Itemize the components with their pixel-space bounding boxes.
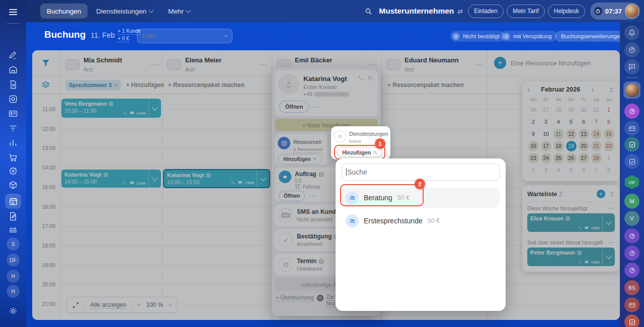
document-edit-icon[interactable] — [8, 211, 18, 221]
funnel-stack-icon[interactable] — [8, 123, 18, 133]
app-window: Buchungen Dienstleistungen Mehr Musterun… — [0, 0, 644, 327]
tab-dienstleistungen[interactable]: Dienstleistungen — [90, 4, 159, 19]
cart-icon[interactable] — [8, 152, 18, 162]
services-add-button[interactable]: Hinzufügen✎ — [337, 147, 383, 157]
archive-icon[interactable] — [8, 65, 18, 75]
target-icon[interactable] — [8, 166, 18, 176]
workspace-avatar[interactable]: H — [7, 285, 20, 298]
button-label: Hinzufügen — [342, 149, 371, 155]
gear-icon[interactable] — [8, 306, 18, 316]
workspace-avatar[interactable]: S — [7, 237, 20, 251]
filter-input-wrap — [137, 29, 232, 43]
divider — [626, 77, 638, 78]
search-icon[interactable] — [364, 7, 373, 16]
user-avatar[interactable] — [625, 4, 639, 18]
page-title: Buchung — [44, 29, 86, 40]
tab-dienstleistungen-label: Dienstleistungen — [96, 8, 146, 15]
pencil-icon: ✎ — [373, 149, 377, 155]
cube-icon[interactable] — [8, 180, 18, 190]
purple-app-icon[interactable] — [624, 246, 639, 261]
dropdown-item-erstesprechstunde[interactable]: Erstesprechstunde 50 € — [342, 211, 500, 231]
service-item-price: 50 € — [428, 217, 440, 224]
left-sidebar: S DF H H — [0, 0, 26, 327]
dropdown-search-input[interactable] — [342, 164, 500, 181]
buchungserweiterungen-label: Buchungserweiterungen — [561, 33, 623, 39]
top-navigation: Buchungen Dienstleistungen Mehr Musterun… — [26, 0, 644, 22]
bell-icon[interactable] — [624, 25, 639, 40]
calendar-icon — [9, 197, 18, 206]
badge-label: Nicht bestätigt — [463, 33, 500, 39]
chevron-down-icon — [186, 8, 191, 13]
services-title: Dienstleistungen — [349, 131, 388, 137]
task-check-icon[interactable] — [624, 314, 639, 327]
services-icon — [334, 130, 346, 142]
einladen-label: Einladen — [474, 8, 498, 15]
company-name[interactable]: Musterunternehmen — [379, 7, 454, 16]
of-badge[interactable]: OF — [625, 175, 639, 189]
clock-icon — [594, 7, 602, 15]
bs-avatar[interactable]: BS — [624, 280, 639, 295]
badge-count: 0 — [503, 33, 510, 40]
avatar-photo — [625, 84, 639, 97]
robot-icon[interactable] — [8, 224, 18, 234]
workspace-avatar[interactable]: DF — [7, 254, 20, 267]
timer-widget[interactable]: 07:37 — [590, 3, 640, 20]
tutorial-step-badge-1: 1 — [375, 138, 385, 149]
nicht-bestaetigt-badge[interactable]: 0Nicht bestätigt — [450, 31, 505, 42]
tab-mehr[interactable]: Mehr — [162, 4, 197, 19]
pen-icon[interactable] — [8, 50, 18, 60]
tab-buchungen[interactable]: Buchungen — [40, 4, 88, 19]
filter-input[interactable] — [141, 32, 224, 40]
mit-verspaetung-badge[interactable]: 0mit Verspätung — [501, 31, 557, 42]
mein-tarif-label: Mein Tarif — [513, 8, 539, 15]
purple-app-icon[interactable] — [624, 104, 639, 119]
badge-label: mit Verspätung — [513, 33, 552, 39]
buchungserweiterungen-button[interactable]: Buchungserweiterungen — [555, 31, 629, 42]
tutorial-step-badge-2: 2 — [415, 179, 425, 189]
contact-card-app-icon[interactable] — [624, 297, 639, 312]
einladen-button[interactable]: Einladen — [468, 5, 504, 18]
bar-chart-icon[interactable] — [8, 138, 18, 148]
contact-card-app-icon[interactable] — [624, 121, 639, 136]
helpdesk-label: Helpdesk — [554, 8, 579, 15]
document-icon[interactable] — [8, 79, 18, 90]
package-icon[interactable] — [8, 94, 18, 104]
purple-app-icon[interactable] — [624, 263, 639, 278]
hamburger-menu-icon[interactable] — [9, 8, 17, 17]
task-check-icon[interactable] — [624, 137, 639, 152]
badge-count: 0 — [452, 33, 460, 40]
active-user-avatar[interactable] — [623, 81, 640, 99]
service-item-label: Erstesprechstunde — [364, 217, 423, 225]
contact-card-icon[interactable] — [8, 109, 18, 119]
task-check-icon[interactable] — [624, 154, 639, 169]
chevron-down-icon — [149, 8, 154, 13]
highlight-box-2 — [340, 184, 424, 206]
purple-app-icon[interactable] — [624, 228, 639, 243]
tutorial-dim-overlay — [32, 50, 620, 320]
booking-toolbar: Buchung 11. Feb + 1 Kunde + 0 € 0Nicht b… — [26, 22, 620, 50]
v-avatar[interactable]: V — [624, 211, 639, 226]
service-item-icon — [346, 214, 359, 227]
current-date[interactable]: 11. Feb — [91, 31, 115, 39]
chat-history-icon[interactable] — [624, 59, 639, 74]
fingerprint-icon[interactable] — [624, 42, 639, 57]
workspace-avatar[interactable]: H — [7, 270, 20, 283]
tab-mehr-label: Mehr — [168, 8, 184, 15]
helpdesk-button[interactable]: Helpdesk — [548, 5, 585, 18]
search-icon — [224, 33, 228, 40]
calendar-nav-item-active[interactable] — [5, 194, 21, 209]
text-caret — [346, 168, 347, 176]
right-sidebar: OF M V BS — [620, 22, 644, 327]
tab-buchungen-label: Buchungen — [47, 8, 81, 15]
m-avatar[interactable]: M — [624, 194, 639, 209]
switch-company-icon[interactable]: ⇄ — [457, 8, 463, 15]
dropdown-search-wrap — [342, 164, 500, 181]
umsatz-value[interactable]: + 0 € — [118, 36, 129, 41]
divider — [7, 23, 19, 24]
timer-value: 07:37 — [605, 8, 622, 15]
mein-tarif-button[interactable]: Mein Tarif — [507, 5, 545, 18]
